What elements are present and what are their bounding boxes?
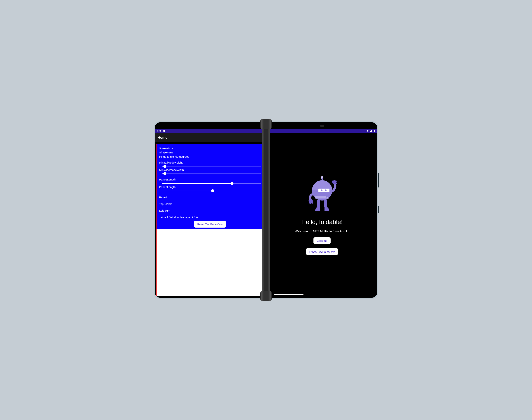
svg-point-13	[325, 190, 326, 191]
status-time: 4:34	[157, 130, 161, 132]
svg-point-5	[311, 202, 313, 204]
slider-thumb[interactable]	[163, 172, 166, 175]
pane1-container: ScreenSize SinglePane Hinge angle: 90 de…	[155, 142, 265, 298]
click-me-button[interactable]: Click me	[313, 237, 331, 244]
hinge-angle-label: Hinge angle: 90 degrees	[159, 155, 261, 159]
pane2-length-label: Pane2Length	[159, 185, 261, 189]
pane1-length-slider[interactable]	[159, 181, 261, 185]
pane1-frame: ScreenSize SinglePane Hinge angle: 90 de…	[156, 144, 264, 296]
pane-mode-label: SinglePane	[159, 151, 261, 154]
keyboard-indicator-icon: A	[163, 130, 165, 132]
hinge	[262, 121, 270, 299]
pane2-content: .NET Hello, foldable! Welcome to .NET Mu…	[267, 133, 377, 298]
reset-twopaneview-left-button[interactable]: Reset TwoPaneView	[194, 221, 226, 227]
slider-thumb[interactable]	[211, 189, 214, 192]
slider-thumb[interactable]	[163, 165, 166, 168]
svg-point-3	[309, 200, 310, 202]
svg-text:.NET: .NET	[326, 197, 328, 198]
right-screen: .NET Hello, foldable! Welcome to .NET Mu…	[266, 121, 378, 299]
status-right-icons	[366, 130, 375, 132]
side-button-volume[interactable]	[378, 173, 379, 187]
svg-point-8	[335, 180, 337, 182]
dotnet-bot-icon: .NET	[307, 176, 338, 214]
surface-duo-device: 4:34 A Home ScreenSize SinglePane Hinge …	[154, 121, 378, 299]
side-button-power[interactable]	[378, 206, 379, 213]
svg-point-9	[335, 183, 337, 184]
page-title: Home	[158, 135, 167, 139]
wifi-icon	[366, 130, 369, 132]
nav-bar-indicator[interactable]	[228, 294, 258, 295]
top-bottom-label: TopBottom	[159, 202, 261, 206]
battery-icon	[373, 130, 375, 132]
status-bar: 4:34 A	[155, 129, 265, 133]
status-left: 4:34 A	[157, 130, 165, 132]
app-bar: Home	[155, 133, 265, 142]
svg-point-7	[332, 180, 334, 182]
hinge-cap-bottom	[260, 291, 272, 301]
bezel	[155, 122, 265, 129]
hello-title: Hello, foldable!	[301, 218, 343, 225]
min-wide-slider[interactable]	[159, 172, 261, 176]
left-right-label: LeftRight	[159, 209, 261, 212]
svg-rect-17	[317, 200, 320, 207]
front-camera-icon	[320, 125, 324, 127]
hello-subtitle: Welcome to .NET Multi-platform App UI	[295, 230, 349, 233]
svg-rect-18	[324, 200, 327, 207]
screen-size-label: ScreenSize	[159, 147, 261, 150]
min-tall-label: MinTallModeHeight	[159, 161, 261, 165]
bezel	[267, 122, 377, 129]
jetpack-label: Jetpack Window Manager 1.0.0	[159, 216, 261, 219]
pane1-controls: ScreenSize SinglePane Hinge angle: 90 de…	[157, 144, 264, 229]
svg-rect-11	[318, 189, 329, 192]
hinge-cap-top	[260, 119, 272, 129]
pane2-length-slider[interactable]	[159, 189, 261, 193]
svg-point-12	[321, 190, 323, 191]
slider-thumb[interactable]	[231, 182, 234, 185]
pane-label: Pane1	[159, 195, 261, 199]
nav-bar-indicator[interactable]	[274, 294, 304, 295]
pane1-length-label: Pane1Length	[159, 178, 261, 181]
left-screen: 4:34 A Home ScreenSize SinglePane Hinge …	[154, 121, 266, 299]
reset-twopaneview-right-button[interactable]: Reset TwoPaneView	[306, 248, 338, 255]
cellular-icon	[369, 130, 372, 132]
status-bar-right	[267, 129, 377, 133]
min-tall-slider[interactable]	[159, 165, 261, 168]
svg-point-4	[310, 202, 311, 204]
min-wide-label: MinWideModeWidth	[159, 168, 261, 172]
